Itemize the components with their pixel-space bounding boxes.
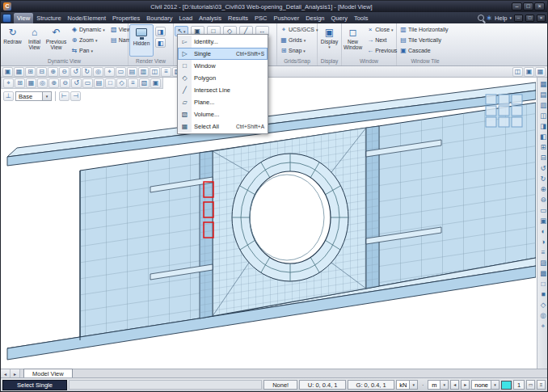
view-navigation-widget[interactable] (486, 95, 522, 127)
right-toolbar-icon[interactable]: ▤ (538, 90, 548, 100)
ribbon-tab[interactable]: Node/Element (65, 13, 110, 23)
menu-item[interactable]: ▻ Identity... (178, 36, 268, 48)
menu-item[interactable]: ╱ Intersect Line (178, 84, 268, 96)
render-option-icon[interactable]: ◧ (155, 38, 166, 48)
toolbar-right-icon[interactable]: ◫ (512, 67, 523, 77)
toolbar-icon[interactable]: ≡ (161, 67, 171, 77)
count-field[interactable]: 1 (513, 380, 525, 390)
window-tile-button[interactable]: ▤ Tile Vertically (398, 35, 450, 45)
right-toolbar-icon[interactable]: ▩ (538, 268, 548, 279)
toolbar-right-icon[interactable]: ▣ (524, 67, 534, 77)
ribbon-tab[interactable]: Results (225, 13, 251, 23)
dynamic-view-small-button[interactable]: ◈ Dynamic ▾ (69, 24, 107, 35)
snap-toolbar-icon[interactable]: ◇ (116, 78, 127, 88)
close-icon[interactable]: × (534, 2, 545, 11)
right-toolbar-icon[interactable]: ◐ (538, 226, 548, 237)
unit-prev-icon[interactable]: ◂ (450, 380, 459, 390)
toolbar-icon[interactable]: ↻ (82, 67, 92, 77)
status-option2-icon[interactable]: ≡ (537, 380, 546, 390)
toolbar-icon[interactable]: ▤ (127, 67, 137, 77)
toolbar-icon[interactable]: ⊖ (59, 67, 70, 77)
minimize-icon[interactable]: – (512, 2, 522, 11)
dynamic-view-big-button[interactable]: ↻ Redraw (2, 24, 23, 57)
window-tile-button[interactable]: ▣ Cascade (398, 45, 450, 56)
toolbar-icon[interactable]: ◫ (150, 67, 160, 77)
snap-toolbar-icon[interactable]: ▤ (94, 78, 104, 88)
menu-item[interactable]: ▷ Single Ctrl+Shift+S (178, 48, 268, 60)
window-command-button[interactable]: ← Previous (365, 45, 400, 56)
right-toolbar-icon[interactable]: ⊕ (538, 184, 548, 195)
snap-toolbar-icon[interactable]: ▧ (139, 78, 150, 88)
right-toolbar-icon[interactable]: ⊖ (538, 195, 548, 205)
toolbar-icon[interactable]: ⊟ (36, 67, 47, 77)
right-toolbar-icon[interactable]: ▨ (538, 258, 548, 268)
right-toolbar-icon[interactable]: ≡ (538, 247, 548, 258)
snap-toolbar-icon[interactable]: ⊞ (15, 78, 25, 88)
ribbon-restore-icon[interactable]: □ (525, 15, 534, 22)
menu-item[interactable]: ▦ Select All Ctrl+Shift+A (178, 120, 268, 133)
snap-toolbar-icon[interactable]: ⊖ (60, 78, 70, 88)
favorites-icon[interactable]: ∗ (487, 14, 493, 22)
ribbon-minimize-icon[interactable]: – (514, 15, 523, 22)
right-toolbar-icon[interactable]: ▭ (538, 205, 548, 216)
snap-toolbar-icon[interactable]: ⌖ (3, 78, 14, 88)
snap-toolbar-icon[interactable]: □ (105, 78, 116, 88)
menu-item[interactable]: ▱ Plane... (178, 96, 268, 108)
web-opening-hole[interactable] (232, 154, 348, 281)
right-toolbar-icon[interactable]: ◨ (538, 121, 548, 132)
menu-item[interactable]: □ Window (178, 60, 268, 72)
search-icon[interactable] (478, 15, 484, 21)
right-toolbar-icon[interactable]: ◧ (538, 132, 548, 142)
right-toolbar-icon[interactable]: ◎ (538, 310, 548, 321)
model-view-canvas[interactable]: ⌖⊞▦◎⊕⊖↺▭▤□◇≡▧▣ ⊥ Base ▾ ⊢⊣ (1, 78, 537, 369)
ribbon-tab[interactable]: View (14, 13, 33, 23)
color-swatch[interactable] (501, 381, 512, 390)
ribbon-tab[interactable]: Boundary (143, 13, 175, 23)
restore-icon[interactable]: □ (523, 2, 533, 11)
ribbon-tab[interactable]: Structure (33, 13, 64, 23)
right-toolbar-icon[interactable]: ↺ (538, 163, 548, 174)
hidden-render-button[interactable]: Hidden (129, 24, 154, 57)
new-window-button[interactable]: ◻ New Window (343, 24, 363, 57)
caret-down-icon[interactable]: ▾ (42, 92, 51, 100)
plane-aux-icon[interactable]: ⊢ (59, 91, 70, 101)
right-toolbar-icon[interactable]: ⌖ (538, 321, 548, 331)
toolbar-icon[interactable]: ▭ (116, 67, 126, 77)
toolbar-icon[interactable]: ↺ (70, 67, 81, 77)
right-toolbar-icon[interactable]: ⊞ (538, 142, 548, 153)
dynamic-view-small-button[interactable]: ⇆ Pan ▾ (69, 45, 107, 56)
toolbar-right-icon[interactable]: ▦ (535, 67, 546, 77)
app-menu-icon[interactable] (2, 14, 11, 23)
menu-item[interactable]: ◇ Polygon (178, 72, 268, 84)
grids-snap-button[interactable]: ⊞ Snap ▾ (278, 45, 319, 56)
toolbar-icon[interactable]: ◎ (93, 67, 103, 77)
snap-toolbar-icon[interactable]: ◎ (37, 78, 48, 88)
toolbar-icon[interactable]: ⌖ (104, 67, 115, 77)
right-toolbar-icon[interactable]: □ (538, 279, 548, 289)
toolbar-icon[interactable]: ⊕ (48, 67, 58, 77)
toolbar-icon[interactable]: ▣ (2, 67, 13, 77)
ribbon-tab[interactable]: Tools (351, 13, 372, 23)
ribbon-tab[interactable]: Query (328, 13, 351, 23)
ribbon-tab[interactable]: Analysis (196, 13, 225, 23)
right-toolbar-icon[interactable]: ▦ (538, 79, 548, 90)
right-toolbar-icon[interactable]: ↻ (538, 174, 548, 184)
dynamic-view-small-button[interactable]: ⊕ Zoom ▾ (69, 35, 107, 45)
snap-toolbar-icon[interactable]: ≡ (128, 78, 138, 88)
right-toolbar-icon[interactable]: ▣ (538, 216, 548, 226)
dynamic-view-big-button[interactable]: ↶ Previous View (45, 24, 67, 57)
plane-aux-icon[interactable]: ⊣ (70, 91, 81, 101)
activation-combo[interactable]: none ▾ (471, 380, 500, 390)
unit-next-icon[interactable]: ▸ (461, 380, 470, 390)
ribbon-close-icon[interactable]: × (537, 15, 546, 22)
ribbon-tab[interactable]: Design (302, 13, 327, 23)
ribbon-tab[interactable]: Load (175, 13, 196, 23)
right-toolbar-icon[interactable]: ■ (538, 289, 548, 300)
force-unit-combo[interactable]: kN ▾ (396, 380, 418, 390)
right-toolbar-icon[interactable]: ⊟ (538, 153, 548, 163)
window-command-button[interactable]: × Close ▾ (365, 24, 400, 35)
help-caret-icon[interactable]: ▾ (509, 15, 512, 20)
right-toolbar-icon[interactable]: ◑ (538, 237, 548, 247)
ribbon-tab[interactable]: Pushover (270, 13, 302, 23)
grids-snap-button[interactable]: ▦ Grids ▾ (278, 35, 319, 45)
